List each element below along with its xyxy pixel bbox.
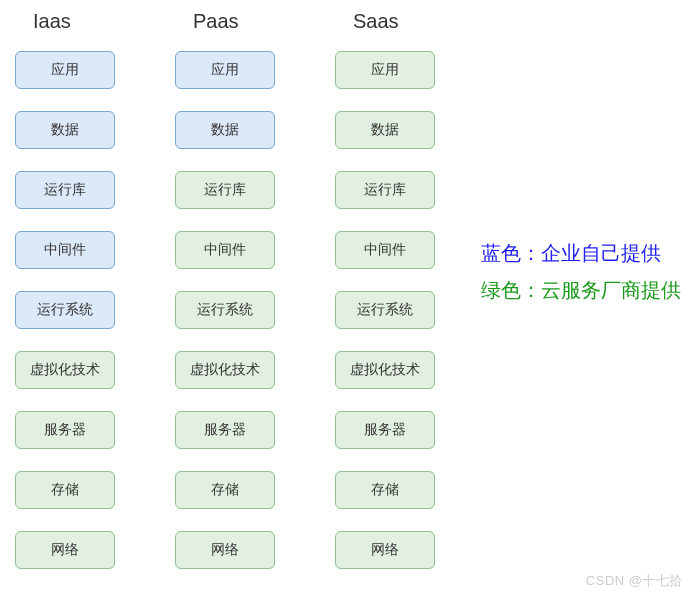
legend-blue: 蓝色：企业自己提供: [481, 240, 681, 267]
layer-box: 服务器: [15, 411, 115, 449]
layer-box: 中间件: [15, 231, 115, 269]
layer-box: 数据: [335, 111, 435, 149]
legend-green: 绿色：云服务厂商提供: [481, 277, 681, 304]
layer-box: 网络: [175, 531, 275, 569]
legend: 蓝色：企业自己提供 绿色：云服务厂商提供: [481, 240, 681, 314]
layer-box: 存储: [335, 471, 435, 509]
layer-box: 应用: [335, 51, 435, 89]
column-title: Saas: [335, 10, 399, 33]
layer-box: 应用: [175, 51, 275, 89]
layer-box: 数据: [175, 111, 275, 149]
column-paas: Paas 应用 数据 运行库 中间件 运行系统 虚拟化技术 服务器 存储 网络: [175, 10, 275, 591]
layer-box: 运行库: [175, 171, 275, 209]
layer-box: 中间件: [335, 231, 435, 269]
column-title: Iaas: [15, 10, 71, 33]
layer-box: 运行库: [335, 171, 435, 209]
layer-box: 虚拟化技术: [175, 351, 275, 389]
layer-box: 运行系统: [335, 291, 435, 329]
layer-box: 应用: [15, 51, 115, 89]
layer-box: 数据: [15, 111, 115, 149]
column-saas: Saas 应用 数据 运行库 中间件 运行系统 虚拟化技术 服务器 存储 网络: [335, 10, 435, 591]
layer-box: 虚拟化技术: [335, 351, 435, 389]
layer-box: 虚拟化技术: [15, 351, 115, 389]
layer-box: 中间件: [175, 231, 275, 269]
column-title: Paas: [175, 10, 239, 33]
layer-box: 网络: [15, 531, 115, 569]
watermark: CSDN @十七拾: [586, 572, 683, 590]
layer-box: 运行系统: [175, 291, 275, 329]
layer-box: 存储: [175, 471, 275, 509]
layer-box: 运行库: [15, 171, 115, 209]
layer-box: 运行系统: [15, 291, 115, 329]
layer-box: 存储: [15, 471, 115, 509]
layer-box: 服务器: [175, 411, 275, 449]
layer-box: 服务器: [335, 411, 435, 449]
layer-box: 网络: [335, 531, 435, 569]
column-iaas: Iaas 应用 数据 运行库 中间件 运行系统 虚拟化技术 服务器 存储 网络: [15, 10, 115, 591]
